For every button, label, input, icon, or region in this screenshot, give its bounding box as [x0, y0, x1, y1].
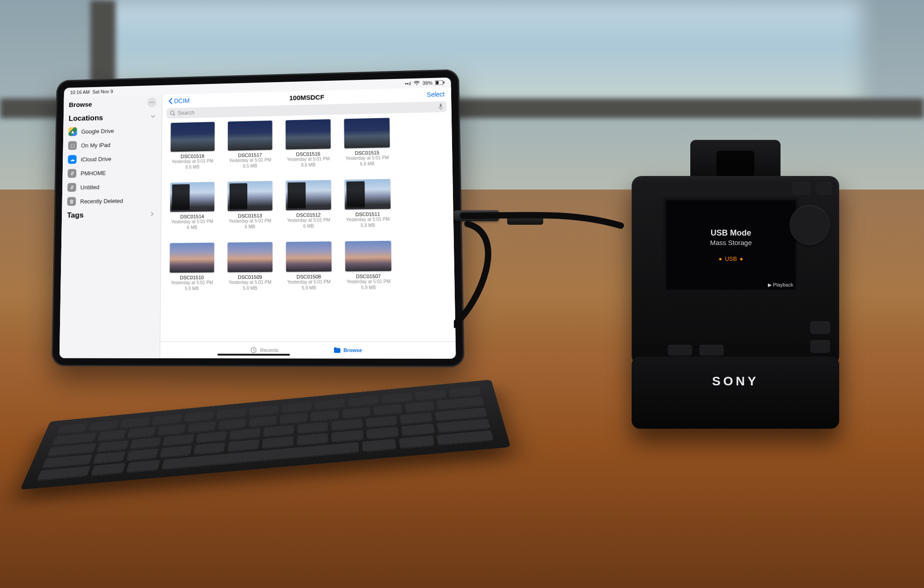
- file-thumbnail: [344, 118, 390, 148]
- file-name: DSC01508: [296, 274, 321, 279]
- keyboard-key: [249, 405, 279, 416]
- file-name: DSC01517: [238, 152, 262, 158]
- keyboard-key: [280, 413, 308, 425]
- file-size: 6 MB: [187, 225, 197, 231]
- keyboard-key: [282, 402, 311, 413]
- status-date: Sat Nov 9: [92, 89, 113, 95]
- file-grid: DSC01518Yesterday at 5:01 PM6.6 MBDSC015…: [160, 116, 455, 341]
- sidebar-item-pmhome[interactable]: ⇵ PMHOME: [62, 165, 161, 181]
- file-item[interactable]: DSC01518Yesterday at 5:01 PM6.6 MB: [168, 122, 217, 171]
- keyboard-key: [373, 404, 402, 416]
- page-title: 100MSDCF: [289, 93, 324, 102]
- keyboard-key: [127, 427, 156, 438]
- file-item[interactable]: DSC01509Yesterday at 5:01 PM5.9 MB: [225, 242, 275, 291]
- sidebar-item-untitled[interactable]: ⇵ Untitled: [62, 179, 161, 194]
- keyboard-key: [229, 428, 260, 440]
- file-thumbnail: [345, 241, 392, 272]
- file-thumbnail: [286, 119, 331, 149]
- keyboard-key: [184, 411, 214, 422]
- file-size: 5.9 MB: [302, 285, 316, 291]
- keyboard-key: [262, 436, 294, 449]
- sidebar-item-icloud-drive[interactable]: ☁ iCloud Drive: [63, 151, 162, 167]
- mic-icon[interactable]: [439, 104, 443, 110]
- file-item[interactable]: DSC01514Yesterday at 5:01 PM6 MB: [167, 182, 217, 231]
- file-item[interactable]: DSC01511Yesterday at 5:01 PM5.9 MB: [342, 179, 394, 229]
- file-date: Yesterday at 5:01 PM: [287, 218, 330, 224]
- keyboard-key: [362, 439, 396, 452]
- file-date: Yesterday at 5:01 PM: [287, 156, 330, 162]
- tab-recents[interactable]: Recents: [250, 347, 278, 353]
- keyboard-key: [315, 399, 345, 410]
- keyboard-key: [342, 407, 370, 419]
- keyboard-key: [152, 414, 182, 426]
- keyboard-key: [400, 412, 432, 425]
- file-name: DSC01514: [180, 214, 204, 220]
- keyboard-key: [311, 410, 339, 421]
- folder-icon: [333, 347, 341, 353]
- file-date: Yesterday at 5:01 PM: [346, 279, 390, 285]
- file-name: DSC01507: [356, 273, 381, 279]
- back-button[interactable]: DCIM: [168, 97, 189, 105]
- sidebar-title: Browse: [69, 100, 92, 108]
- file-name: DSC01512: [296, 212, 321, 218]
- keyboard-key: [249, 416, 277, 427]
- file-size: 6.6 MB: [301, 162, 315, 168]
- ipad-device: 10:16 AM Sat Nov 9 ••ıl 39%: [51, 69, 465, 367]
- file-item[interactable]: DSC01508Yesterday at 5:01 PM5.9 MB: [283, 241, 334, 291]
- file-item[interactable]: DSC01510Yesterday at 5:01 PM5.9 MB: [167, 243, 217, 292]
- tab-browse[interactable]: Browse: [333, 347, 362, 353]
- sidebar-item-label: Google Drive: [81, 127, 114, 134]
- file-item[interactable]: DSC01507Yesterday at 5:01 PM5.9 MB: [342, 241, 394, 291]
- google-drive-icon: ▲: [69, 127, 77, 136]
- wifi-icon: [414, 81, 420, 85]
- camera-device: USB Mode Mass Storage ●USB● ▶ Playback S…: [618, 122, 866, 438]
- status-battery: 39%: [422, 80, 433, 86]
- external-drive-icon: ⇵: [67, 183, 76, 192]
- select-button[interactable]: Select: [427, 90, 445, 98]
- keyboard-key: [126, 449, 158, 461]
- file-item[interactable]: DSC01517Yesterday at 5:01 PM6.5 MB: [225, 120, 275, 169]
- keyboard-key: [405, 401, 434, 413]
- sidebar-item-recently-deleted[interactable]: 🗑 Recently Deleted: [62, 193, 161, 209]
- file-item[interactable]: DSC01515Yesterday at 5:01 PM6.6 MB: [342, 118, 393, 167]
- sidebar-item-google-drive[interactable]: ▲ Google Drive: [63, 123, 162, 139]
- file-thumbnail: [228, 181, 273, 211]
- svg-rect-5: [440, 104, 442, 107]
- external-drive-icon: ⇵: [68, 169, 76, 178]
- sidebar-item-label: iCloud Drive: [81, 155, 111, 162]
- file-size: 5.9 MB: [360, 222, 375, 228]
- camera-brand: SONY: [712, 374, 758, 388]
- chevron-left-icon: [168, 98, 173, 104]
- file-name: DSC01518: [180, 153, 204, 159]
- file-thumbnail: [286, 241, 332, 272]
- clock-icon: [250, 347, 257, 353]
- search-placeholder: Search: [178, 110, 194, 116]
- file-item[interactable]: DSC01513Yesterday at 5:01 PM6 MB: [225, 181, 275, 230]
- cloud-icon: ☁: [68, 155, 76, 164]
- keyboard-key: [97, 440, 129, 452]
- file-name: DSC01513: [238, 213, 262, 219]
- trash-icon: 🗑: [67, 197, 76, 206]
- keyboard-key: [187, 421, 216, 433]
- keyboard-key: [162, 434, 194, 446]
- home-indicator[interactable]: [217, 354, 290, 356]
- more-button[interactable]: ⋯: [147, 97, 157, 107]
- sidebar-item-on-my-ipad[interactable]: ▢ On My iPad: [63, 137, 162, 153]
- file-date: Yesterday at 5:01 PM: [229, 280, 272, 286]
- file-thumbnail: [170, 243, 214, 273]
- tags-header[interactable]: Tags: [62, 207, 161, 222]
- file-item[interactable]: DSC01516Yesterday at 5:01 PM6.6 MB: [283, 119, 333, 168]
- bottom-bar: Recents Browse: [160, 341, 456, 358]
- ipad-icon: ▢: [68, 141, 77, 150]
- file-item[interactable]: DSC01512Yesterday at 5:01 PM6 MB: [283, 180, 334, 229]
- file-name: DSC01510: [180, 275, 204, 280]
- chevron-right-icon: [149, 211, 156, 218]
- sidebar-item-label: Untitled: [80, 184, 99, 190]
- keyboard-key: [297, 422, 328, 434]
- file-date: Yesterday at 5:01 PM: [346, 155, 389, 162]
- lcd-playback-hint: ▶ Playback: [768, 282, 793, 288]
- file-size: 6.6 MB: [360, 161, 374, 167]
- usb-c-plug: [454, 210, 499, 221]
- file-date: Yesterday at 5:01 PM: [171, 219, 213, 225]
- keyboard-key: [399, 435, 434, 449]
